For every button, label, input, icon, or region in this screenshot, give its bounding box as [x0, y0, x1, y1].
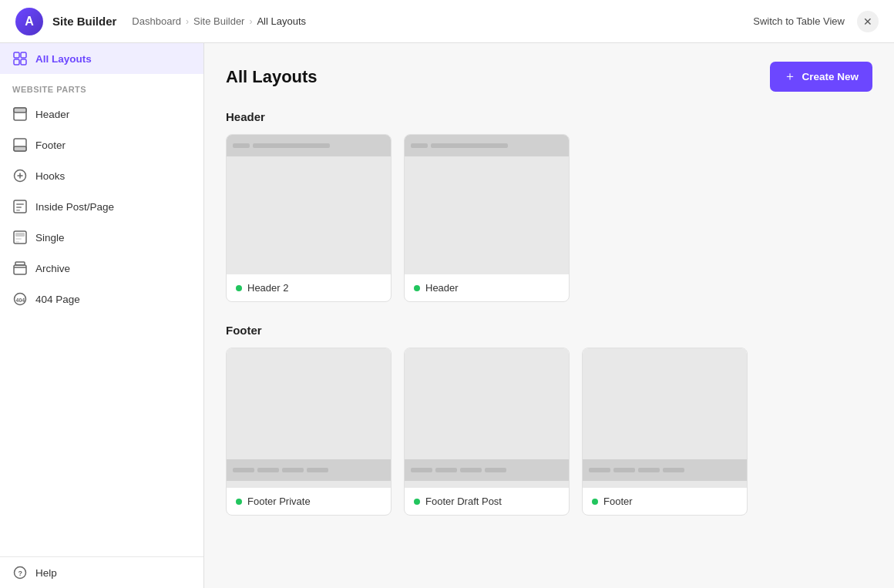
svg-text:?: ? — [18, 570, 23, 577]
sidebar: All Layouts Website Parts Header Footer — [0, 43, 204, 588]
topbar: A Site Builder Dashboard › Site Builder … — [0, 0, 894, 43]
preview-block-3 — [282, 468, 304, 472]
breadcrumb-dashboard[interactable]: Dashboard — [132, 15, 181, 27]
svg-rect-11 — [16, 207, 22, 208]
preview-header-bar — [227, 135, 391, 156]
svg-text:404: 404 — [16, 297, 25, 303]
sidebar-item-help[interactable]: ? Help — [0, 557, 203, 588]
sidebar-inside-label: Inside Post/Page — [35, 201, 114, 213]
preview-block-11 — [638, 468, 660, 472]
preview-block-6 — [435, 468, 457, 472]
preview-bar-nav — [253, 143, 330, 148]
sidebar-404-label: 404 Page — [35, 294, 80, 305]
sidebar-all-layouts-label: All Layouts — [35, 53, 92, 65]
card-footer-footer-private: Footer Private — [227, 487, 391, 515]
layout-card-footer-draft-post[interactable]: Footer Draft Post — [404, 348, 570, 516]
content-area: All Layouts ＋ Create New Header — [204, 43, 894, 588]
status-dot-header — [414, 285, 420, 291]
footer-section: Footer Footer Private — [226, 324, 872, 516]
svg-rect-3 — [21, 59, 26, 65]
topbar-right: Switch to Table View ✕ — [753, 11, 879, 32]
card-label-footer-draft: Footer Draft Post — [425, 496, 502, 507]
preview-bar-nav-2 — [431, 143, 508, 148]
preview-footer-bar — [227, 459, 391, 481]
svg-rect-18 — [15, 262, 25, 265]
preview-block-9 — [589, 468, 610, 472]
layout-card-header-2[interactable]: Header 2 — [226, 134, 392, 302]
sidebar-item-archive[interactable]: Archive — [0, 253, 203, 284]
svg-rect-17 — [14, 265, 26, 274]
create-new-button[interactable]: ＋ Create New — [770, 62, 872, 92]
preview-block-1 — [233, 468, 254, 472]
hooks-icon — [12, 168, 28, 183]
preview-footer-bar-2 — [405, 459, 569, 481]
layout-card-footer-private[interactable]: Footer Private — [226, 348, 392, 516]
close-button[interactable]: ✕ — [857, 11, 879, 32]
preview-footer-bar-3 — [583, 459, 747, 481]
preview-block-4 — [307, 468, 328, 472]
sidebar-item-all-layouts[interactable]: All Layouts — [0, 43, 203, 74]
inside-icon — [12, 199, 28, 214]
svg-rect-14 — [15, 233, 25, 237]
sidebar-item-hooks[interactable]: Hooks — [0, 160, 203, 191]
sidebar-item-inside-post-page[interactable]: Inside Post/Page — [0, 191, 203, 222]
plus-icon: ＋ — [784, 69, 796, 85]
card-label-header-2: Header 2 — [247, 282, 288, 294]
preview-block-10 — [613, 468, 635, 472]
sidebar-item-footer[interactable]: Footer — [0, 129, 203, 160]
card-footer-footer-draft: Footer Draft Post — [405, 487, 569, 515]
app-title: Site Builder — [52, 15, 116, 28]
svg-rect-7 — [14, 146, 26, 151]
svg-rect-15 — [15, 238, 22, 240]
all-layouts-icon — [12, 51, 28, 66]
breadcrumb-sep-1: › — [186, 16, 189, 27]
sidebar-help-label: Help — [35, 567, 57, 579]
layout-card-footer[interactable]: Footer — [582, 348, 748, 516]
preview-bar-logo-2 — [411, 143, 428, 148]
help-icon: ? — [12, 565, 28, 580]
switch-view-button[interactable]: Switch to Table View — [753, 15, 845, 27]
preview-header-bar-2 — [405, 135, 569, 156]
svg-rect-16 — [15, 241, 19, 243]
svg-rect-12 — [16, 210, 20, 211]
status-dot-header-2 — [236, 285, 242, 291]
sidebar-single-label: Single — [35, 232, 65, 244]
app-logo: A — [15, 8, 43, 35]
breadcrumb-site-builder[interactable]: Site Builder — [193, 15, 244, 27]
sidebar-help-section: ? Help — [0, 556, 203, 588]
sidebar-header-label: Header — [35, 109, 69, 120]
card-preview-header-2 — [227, 135, 391, 274]
website-parts-label: Website Parts — [0, 74, 203, 99]
footer-section-title: Footer — [226, 324, 872, 337]
breadcrumb-sep-2: › — [249, 16, 252, 27]
sidebar-item-header[interactable]: Header — [0, 99, 203, 129]
card-preview-header — [405, 135, 569, 274]
layout-card-header[interactable]: Header — [404, 134, 570, 302]
sidebar-hooks-label: Hooks — [35, 170, 65, 182]
preview-block-8 — [485, 468, 506, 472]
sidebar-item-404-page[interactable]: 404 404 Page — [0, 284, 203, 314]
card-preview-footer — [583, 348, 747, 487]
single-icon — [12, 230, 28, 245]
card-footer-header: Header — [405, 274, 569, 301]
preview-block-12 — [663, 468, 684, 472]
card-label-footer: Footer — [603, 496, 633, 507]
sidebar-item-single[interactable]: Single — [0, 222, 203, 253]
footer-icon — [12, 137, 28, 153]
header-section-title: Header — [226, 110, 872, 123]
status-dot-footer-draft — [414, 499, 420, 505]
header-cards-grid: Header 2 Header — [226, 134, 872, 302]
svg-rect-1 — [21, 52, 26, 58]
footer-cards-grid: Footer Private Fo — [226, 348, 872, 516]
archive-icon — [12, 260, 28, 276]
page-title: All Layouts — [226, 67, 318, 87]
create-new-label: Create New — [802, 71, 859, 82]
content-header: All Layouts ＋ Create New — [226, 62, 872, 92]
breadcrumb-current: All Layouts — [257, 15, 306, 27]
card-preview-footer-private — [227, 348, 391, 487]
breadcrumb: Dashboard › Site Builder › All Layouts — [132, 15, 306, 27]
preview-block-2 — [257, 468, 279, 472]
main-layout: All Layouts Website Parts Header Footer — [0, 43, 894, 588]
card-label-footer-private: Footer Private — [247, 496, 311, 507]
status-dot-footer-private — [236, 499, 242, 505]
